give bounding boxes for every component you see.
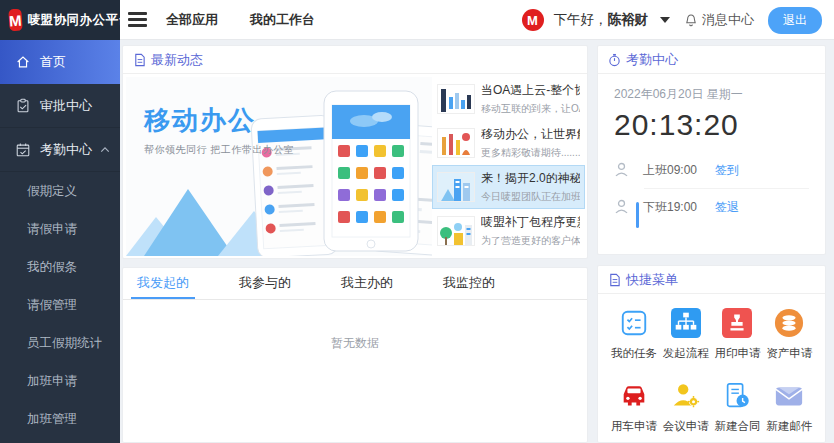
- app-logo: M: [8, 9, 22, 32]
- news-panel-title: 最新动态: [151, 51, 203, 69]
- attendance-panel-title: 考勤中心: [626, 51, 678, 69]
- attendance-panel-header: 考勤中心: [598, 46, 825, 74]
- clipboard-icon: [15, 98, 31, 114]
- news-title: 来！揭开2.0的神秘面纱-: [481, 170, 580, 187]
- empty-state-text: 暂无数据: [123, 335, 587, 352]
- logout-button[interactable]: 退出: [768, 7, 822, 34]
- mail-icon: [774, 381, 804, 411]
- sidebar-item-home[interactable]: 首页: [0, 40, 120, 84]
- database-icon: [774, 308, 804, 338]
- news-thumbnail: [437, 216, 475, 246]
- quick-item-vehicle-request[interactable]: 用车申请: [608, 381, 660, 434]
- news-texts: 当OA遇上云-整个协同OA 移动互联的到来，让OA与云: [481, 82, 580, 116]
- tab-initiated-by-me[interactable]: 我发起的: [131, 268, 195, 299]
- attendance-rows: 上班09:00 签到 下班19:00 签退: [614, 152, 809, 225]
- news-item[interactable]: 当OA遇上云-整个协同OA 移动互联的到来，让OA与云: [432, 77, 585, 121]
- news-banner[interactable]: 移动办公 帮你领先同行 把工作带出办公室: [126, 77, 432, 256]
- quick-item-start-flow[interactable]: 发起流程: [660, 308, 712, 361]
- task-list-icon: [619, 308, 649, 338]
- latest-news-panel: 最新动态: [122, 45, 588, 259]
- sidebar-subitem-staff-holiday-stats[interactable]: 员工假期统计: [0, 324, 120, 362]
- quick-item-label: 资产申请: [766, 346, 812, 361]
- news-thumbnail: [437, 128, 475, 158]
- tab-hosted-by-me[interactable]: 我主办的: [335, 268, 399, 299]
- car-icon: [619, 381, 649, 411]
- my-tasks-panel: 我发起的 我参与的 我主办的 我监控的 暂无数据: [122, 267, 588, 443]
- contract-icon: [722, 381, 752, 411]
- nav-all-apps[interactable]: 全部应用: [166, 11, 218, 29]
- news-thumbnail: [437, 172, 475, 202]
- home-icon: [15, 54, 31, 70]
- user-avatar[interactable]: M: [522, 9, 544, 31]
- sidebar-subitem-leave-management[interactable]: 请假管理: [0, 286, 120, 324]
- chevron-up-icon: [100, 146, 110, 153]
- checkin-link[interactable]: 签到: [715, 162, 739, 179]
- quick-menu-grid: 我的任务 发起流程 用印申请 资产申请 用车申请 会议申请 新建合同 新建邮件: [598, 294, 825, 434]
- quick-item-label: 新建邮件: [766, 419, 812, 434]
- attendance-panel: 考勤中心 2022年06月20日 星期一 20:13:20 上班09:00 签到…: [597, 45, 826, 255]
- greeting-text: 下午好，: [554, 12, 608, 27]
- quick-item-new-contract[interactable]: 新建合同: [712, 381, 764, 434]
- quick-item-seal-request[interactable]: 用印申请: [712, 308, 764, 361]
- message-center-label: 消息中心: [702, 11, 754, 29]
- sidebar-subitem-leave-request[interactable]: 请假申请: [0, 210, 120, 248]
- news-item[interactable]: 移动办公，让世界触手可 更多精彩敬请期待.......: [432, 121, 585, 165]
- news-title: 当OA遇上云-整个协同OA: [481, 82, 580, 99]
- sidebar: 首页 审批中心 考勤中心 假期定义 请假申请 我的假条 请假管理 员工假期统计 …: [0, 40, 120, 443]
- person-icon: [614, 199, 629, 215]
- stamp-icon: [722, 308, 752, 338]
- news-desc: 今日唛盟团队正在加班加点，: [481, 190, 580, 204]
- quick-item-label: 新建合同: [714, 419, 760, 434]
- quick-item-label: 我的任务: [611, 346, 657, 361]
- user-greeting[interactable]: 下午好，陈裕财: [554, 11, 649, 29]
- person-icon: [614, 162, 629, 178]
- sidebar-subitem-holiday-definition[interactable]: 假期定义: [0, 172, 120, 210]
- news-title: 移动办公，让世界触手可: [481, 126, 580, 143]
- document-icon: [608, 273, 621, 287]
- news-desc: 为了营造更好的客户体验，唛: [481, 234, 580, 248]
- calendar-check-icon: [15, 142, 31, 158]
- news-texts: 唛盟补丁包程序更新 为了营造更好的客户体验，唛: [481, 214, 580, 248]
- quick-item-label: 用印申请: [714, 346, 760, 361]
- username: 陈裕财: [608, 12, 649, 27]
- quick-item-asset-request[interactable]: 资产申请: [763, 308, 815, 361]
- sidebar-item-label: 审批中心: [40, 97, 92, 115]
- sidebar-item-attendance-center[interactable]: 考勤中心: [0, 128, 120, 172]
- quick-item-meeting-request[interactable]: 会议申请: [660, 381, 712, 434]
- tab-monitored-by-me[interactable]: 我监控的: [437, 268, 501, 299]
- sidebar-subitem-overtime-management[interactable]: 加班管理: [0, 400, 120, 438]
- flowchart-icon: [671, 308, 701, 338]
- news-list: 当OA遇上云-整个协同OA 移动互联的到来，让OA与云 移动办公，让世界触手可 …: [432, 77, 585, 256]
- tab-participated-by-me[interactable]: 我参与的: [233, 268, 297, 299]
- news-item[interactable]: 唛盟补丁包程序更新 为了营造更好的客户体验，唛: [432, 209, 585, 253]
- top-nav: 全部应用 我的工作台: [166, 0, 315, 40]
- checkout-link[interactable]: 签退: [715, 199, 739, 216]
- news-title: 唛盟补丁包程序更新: [481, 214, 580, 231]
- sidebar-subitem-overtime-request[interactable]: 加班申请: [0, 362, 120, 400]
- news-item-selected[interactable]: 来！揭开2.0的神秘面纱- 今日唛盟团队正在加班加点，: [432, 165, 585, 209]
- document-icon: [133, 53, 146, 67]
- sidebar-item-approval-center[interactable]: 审批中心: [0, 84, 120, 128]
- menu-toggle-icon[interactable]: [128, 12, 147, 27]
- news-desc: 移动互联的到来，让OA与云: [481, 102, 580, 116]
- attendance-row-checkout: 下班19:00 签退: [614, 189, 809, 225]
- quick-menu-title: 快捷菜单: [626, 271, 678, 289]
- quick-item-my-tasks[interactable]: 我的任务: [608, 308, 660, 361]
- quick-item-label: 会议申请: [663, 419, 709, 434]
- attendance-clock: 20:13:20: [614, 108, 809, 142]
- attendance-date: 2022年06月20日 星期一: [614, 86, 809, 103]
- news-thumbnail: [437, 84, 475, 114]
- app-title: 唛盟协同办公平台: [28, 12, 132, 29]
- news-texts: 移动办公，让世界触手可 更多精彩敬请期待.......: [481, 126, 580, 160]
- checkout-label: 下班19:00: [643, 199, 715, 216]
- chevron-down-icon[interactable]: [660, 17, 670, 23]
- quick-item-label: 用车申请: [611, 419, 657, 434]
- sidebar-subitem-my-leave-notes[interactable]: 我的假条: [0, 248, 120, 286]
- message-center-button[interactable]: 消息中心: [684, 11, 754, 29]
- checkin-label: 上班09:00: [643, 162, 715, 179]
- quick-item-new-mail[interactable]: 新建邮件: [763, 381, 815, 434]
- quick-item-label: 发起流程: [663, 346, 709, 361]
- tasks-tabs: 我发起的 我参与的 我主办的 我监控的: [123, 268, 587, 300]
- sidebar-item-label: 首页: [40, 53, 66, 71]
- nav-my-workspace[interactable]: 我的工作台: [250, 11, 315, 29]
